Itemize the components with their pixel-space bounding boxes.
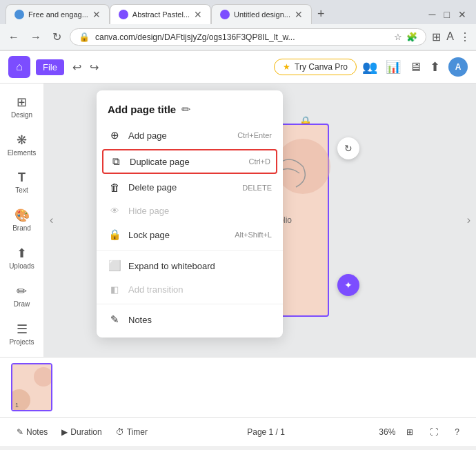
menu-item-expand[interactable]: ⬜ Expand to whiteboard xyxy=(97,253,283,278)
tab-label-2: Abstract Pastel... xyxy=(132,10,190,19)
tab-favicon-2 xyxy=(119,10,128,19)
refresh-button[interactable]: ↻ xyxy=(337,137,359,159)
people-icon[interactable]: 👥 xyxy=(362,59,377,75)
sidebar-label-draw: Draw xyxy=(14,300,30,308)
filmstrip-slide-1[interactable]: 1 xyxy=(11,363,52,411)
menu-item-add-transition: ◧ Add transition xyxy=(97,278,283,301)
minimize-button[interactable]: ─ xyxy=(425,9,440,20)
sidebar-item-elements[interactable]: ❋ Elements xyxy=(0,127,43,162)
tab-1[interactable]: Free and engag... ✕ xyxy=(6,4,110,24)
maximize-button[interactable]: □ xyxy=(440,9,454,20)
sidebar-item-design[interactable]: ⊞ Design xyxy=(0,89,43,124)
timer-button[interactable]: ⏱ Timer xyxy=(110,424,153,440)
duplicate-page-icon: ⧉ xyxy=(109,155,123,168)
scroll-left-icon[interactable]: ‹ xyxy=(50,214,53,226)
sidebar-item-uploads[interactable]: ⬆ Uploads xyxy=(0,240,43,275)
help-icon: ? xyxy=(455,427,459,437)
close-window-button[interactable]: ✕ xyxy=(454,9,470,20)
avatar[interactable]: A xyxy=(448,57,468,77)
menu-divider-1 xyxy=(97,250,283,251)
svg-point-3 xyxy=(34,367,52,387)
fullscreen-button[interactable]: ⛶ xyxy=(424,424,444,440)
brand-icon: 🎨 xyxy=(14,208,30,223)
zoom-level: 36% xyxy=(379,427,395,437)
notes-icon: ✎ xyxy=(17,427,23,437)
hide-page-icon: 👁 xyxy=(108,206,121,216)
tab-close-1[interactable]: ✕ xyxy=(92,9,101,20)
bookmark-icon[interactable]: ☆ xyxy=(394,32,402,42)
forward-button[interactable]: → xyxy=(28,30,44,45)
menu-item-lock-page[interactable]: 🔒 Lock page Alt+Shift+L xyxy=(97,222,283,247)
present-icon[interactable]: 🖥 xyxy=(409,60,422,75)
redo-button[interactable]: ↪ xyxy=(87,58,101,77)
lock-page-label: Lock page xyxy=(128,230,228,240)
sidebar-item-text[interactable]: T Text xyxy=(0,165,43,199)
draw-icon: ✏ xyxy=(17,284,27,299)
help-button[interactable]: ? xyxy=(449,424,465,440)
file-button[interactable]: File xyxy=(36,59,64,75)
sidebar-label-text: Text xyxy=(15,186,28,194)
uploads-icon: ⬆ xyxy=(17,246,27,261)
reload-button[interactable]: ↻ xyxy=(50,29,64,45)
grid-icon: ⊞ xyxy=(406,427,413,437)
canvas-area: 🔒 Creative Portfolio ↻ ✦ xyxy=(44,84,476,357)
delete-page-icon: 🗑 xyxy=(108,182,121,193)
menu-divider-2 xyxy=(97,304,283,304)
expand-label: Expand to whiteboard xyxy=(128,261,272,271)
menu-item-delete-page[interactable]: 🗑 Delete page DELETE xyxy=(97,175,283,199)
tab-close-2[interactable]: ✕ xyxy=(194,9,202,20)
menu-item-add-page[interactable]: ⊕ Add page Ctrl+Enter xyxy=(97,123,283,148)
sidebar-label-uploads: Uploads xyxy=(9,262,34,270)
fullscreen-icon: ⛶ xyxy=(430,427,438,437)
projects-icon: ☰ xyxy=(17,322,28,337)
bottom-bar: ✎ Notes ▶ Duration ⏱ Timer Page 1 / 1 36… xyxy=(0,417,476,446)
menu-item-duplicate-page[interactable]: ⧉ Duplicate page Ctrl+D xyxy=(102,149,277,174)
extensions-icon[interactable]: 🧩 xyxy=(406,32,417,42)
duration-button[interactable]: ▶ Duration xyxy=(56,424,107,440)
address-bar: ← → ↻ 🔒 canva.com/design/DAFtijsjyZg/ogs… xyxy=(0,24,476,50)
filmstrip-num-1: 1 xyxy=(15,402,19,409)
page-info: Page 1 / 1 xyxy=(247,427,285,437)
menu-btn[interactable]: ⋮ xyxy=(459,30,470,43)
extensions-btn[interactable]: ⊞ xyxy=(432,30,441,43)
sidebar-item-projects[interactable]: ☰ Projects xyxy=(0,316,43,351)
menu-header: Add page title ✏ xyxy=(97,96,283,123)
magic-button[interactable]: ✦ xyxy=(337,274,359,296)
delete-page-shortcut: DELETE xyxy=(242,184,272,192)
transition-label: Add transition xyxy=(128,284,272,295)
lock-page-menu-icon: 🔒 xyxy=(108,228,121,241)
url-actions: ☆ 🧩 xyxy=(394,32,417,42)
url-bar[interactable]: 🔒 canva.com/design/DAFtijsjyZg/ogs136F3Q… xyxy=(70,28,426,46)
tab-favicon-1 xyxy=(14,10,24,19)
left-sidebar: ⊞ Design ❋ Elements T Text 🎨 Brand ⬆ Upl… xyxy=(0,84,44,357)
tab-2[interactable]: Abstract Pastel... ✕ xyxy=(110,4,211,24)
duplicate-page-label: Duplicate page xyxy=(130,157,242,167)
chart-icon[interactable]: 📊 xyxy=(386,59,401,75)
undo-button[interactable]: ↩ xyxy=(70,58,84,77)
sidebar-label-brand: Brand xyxy=(12,224,31,232)
back-button[interactable]: ← xyxy=(6,30,22,45)
tab-close-3[interactable]: ✕ xyxy=(295,9,303,20)
try-canva-label: Try Canva Pro xyxy=(295,62,348,72)
profile-btn[interactable]: A xyxy=(446,30,454,43)
duplicate-page-shortcut: Ctrl+D xyxy=(249,157,270,166)
grid-view-button[interactable]: ⊞ xyxy=(401,424,419,440)
add-page-shortcut: Ctrl+Enter xyxy=(237,131,272,139)
share-icon[interactable]: ⬆ xyxy=(430,59,440,75)
scroll-right-icon[interactable]: › xyxy=(467,214,470,226)
tab-3[interactable]: Untitled design... ✕ xyxy=(211,4,312,24)
timer-btn-label: Timer xyxy=(127,427,148,437)
notes-btn-label: Notes xyxy=(26,427,48,437)
home-icon[interactable]: ⌂ xyxy=(8,56,30,78)
try-canva-button[interactable]: ★ Try Canva Pro xyxy=(274,59,357,75)
add-page-label: Add page xyxy=(128,130,230,141)
edit-title-icon[interactable]: ✏ xyxy=(181,103,190,116)
new-tab-button[interactable]: + xyxy=(312,4,330,24)
sidebar-item-brand[interactable]: 🎨 Brand xyxy=(0,202,43,237)
menu-item-hide-page: 👁 Hide page xyxy=(97,199,283,222)
filmstrip: 1 xyxy=(0,357,476,417)
notes-button[interactable]: ✎ Notes xyxy=(11,424,53,440)
menu-item-notes[interactable]: ✎ Notes xyxy=(97,307,283,332)
sidebar-item-draw[interactable]: ✏ Draw xyxy=(0,278,43,313)
duration-icon: ▶ xyxy=(61,427,68,437)
